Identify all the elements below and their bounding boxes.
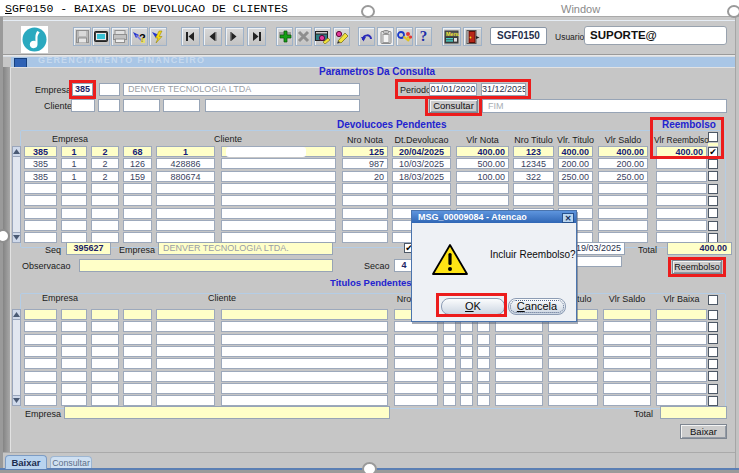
svg-text:Menu: Menu xyxy=(446,31,459,37)
